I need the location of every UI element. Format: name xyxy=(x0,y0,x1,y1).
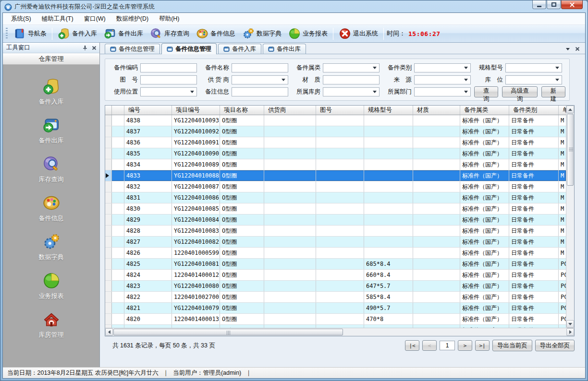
toolbar-button-spare-info[interactable]: 备件信息 xyxy=(193,26,239,41)
toolbar-button-spare-in[interactable]: 备件入库 xyxy=(54,26,100,41)
toolbar-grip-icon[interactable] xyxy=(6,28,8,39)
page-number-input[interactable] xyxy=(440,341,455,350)
sidebar-group-title[interactable]: 仓库管理 xyxy=(3,53,99,65)
column-header[interactable]: 编号 xyxy=(124,106,172,115)
dropdown-select[interactable] xyxy=(414,75,471,84)
scrollbar-track[interactable] xyxy=(566,186,574,320)
table-row[interactable]: 4821YG12204010079O型圈490*5.7标准件（国产）日常备件PC xyxy=(105,303,566,314)
text-input[interactable] xyxy=(232,87,288,96)
dropdown-select[interactable] xyxy=(505,63,562,72)
last-page-button[interactable]: >| xyxy=(475,340,490,351)
table-row[interactable]: 4838YG12204010093O型圈标准件（国产）日常备件M xyxy=(105,115,566,126)
first-page-button[interactable]: |< xyxy=(405,340,419,351)
toolbar-button-exit[interactable]: 退出系统 xyxy=(335,26,381,41)
close-button[interactable] xyxy=(561,0,583,9)
sidebar-item-data-dict[interactable]: 数据字典 xyxy=(39,233,64,262)
cell xyxy=(264,181,316,192)
dropdown-select[interactable] xyxy=(323,87,380,96)
toolbar-button-data-dict[interactable]: 数据字典 xyxy=(239,26,285,41)
table-row[interactable]: 4827YG12204010082O型圈标准件（国产）日常备件M xyxy=(105,237,566,248)
query-button[interactable]: 查询 xyxy=(474,86,498,97)
tab-item[interactable]: 备件入库 xyxy=(218,44,261,54)
text-input[interactable] xyxy=(140,75,197,84)
table-row[interactable]: 4834YG12204010089O型圈标准件（国产）日常备件M xyxy=(105,159,566,170)
toolbar-button-report[interactable]: 业务报表 xyxy=(285,26,331,41)
table-row[interactable]: 4835YG12204010090O型圈标准件（国产）日常备件M xyxy=(105,148,566,159)
table-row[interactable]: 4830YG12204010085O型圈标准件（国产）日常备件M xyxy=(105,203,566,214)
table-row[interactable]: 4828YG12204010083O型圈标准件（国产）日常备件M xyxy=(105,226,566,237)
column-header[interactable]: 单位 xyxy=(559,106,566,115)
dropdown-select[interactable] xyxy=(232,75,288,84)
table-row[interactable]: 4825YG12204010081O型圈685*8.4标准件（国产）日常备件PC xyxy=(105,259,566,270)
next-page-button[interactable]: > xyxy=(458,340,472,351)
dropdown-select[interactable] xyxy=(414,87,471,96)
table-row[interactable]: 4832YG12204010087O型圈标准件（国产）日常备件M xyxy=(105,181,566,192)
table-row[interactable]: 48201220401400013O型圈470*8标准件（国产）日常备件PC xyxy=(105,314,566,325)
cell: 标准件（国产） xyxy=(460,126,509,137)
scroll-left-button[interactable] xyxy=(105,328,113,336)
export-all-pages-button[interactable]: 导出全部页 xyxy=(535,340,575,351)
menu-item[interactable]: 帮助(H) xyxy=(154,13,184,24)
dropdown-select[interactable] xyxy=(323,63,380,72)
dropdown-select[interactable] xyxy=(140,87,197,96)
maximize-button[interactable] xyxy=(547,0,561,9)
menu-item[interactable]: 辅助工具(T) xyxy=(37,13,79,24)
sidebar-item-warehouse[interactable]: 库房管理 xyxy=(39,310,64,339)
menu-item[interactable]: 数据维护(D) xyxy=(111,13,154,24)
column-header[interactable]: 项目名称 xyxy=(220,106,264,115)
column-header[interactable]: 项目编号 xyxy=(172,106,220,115)
sidebar-item-stock-query[interactable]: 库存查询 xyxy=(39,155,64,184)
scroll-right-button[interactable] xyxy=(566,328,574,336)
column-header[interactable]: 材质 xyxy=(413,106,460,115)
horizontal-scrollbar[interactable] xyxy=(105,328,574,336)
sidebar-item-spare-info[interactable]: 备件信息 xyxy=(39,194,64,223)
tab-list-dropdown-icon[interactable] xyxy=(566,48,570,50)
table-row[interactable]: 48221220401002700O型圈585*8.4标准件（国产）日常备件PC xyxy=(105,292,566,303)
scroll-down-button[interactable] xyxy=(566,320,574,328)
table-row[interactable]: 4829YG12204010084O型圈标准件（国产）日常备件M xyxy=(105,214,566,226)
column-header[interactable]: 规格型号 xyxy=(364,106,413,115)
advanced-query-button[interactable]: 高级查询 xyxy=(502,86,538,97)
vertical-scrollbar-thumb[interactable] xyxy=(567,114,574,186)
horizontal-scrollbar-thumb[interactable] xyxy=(113,329,343,335)
dropdown-select[interactable] xyxy=(505,75,562,84)
title-bar[interactable]: 广州爱奇迪软件科技有限公司-深田之星仓库管理系统 xyxy=(2,0,586,12)
tab-item[interactable]: 备件出库 xyxy=(263,44,306,54)
new-button[interactable]: 新建 xyxy=(541,86,565,97)
pin-icon[interactable] xyxy=(82,45,88,51)
table-row[interactable]: 4837YG12204010092O型圈标准件（国产）日常备件M xyxy=(105,126,566,137)
column-header[interactable]: 备件属类 xyxy=(460,106,509,115)
scrollbar-track[interactable] xyxy=(113,328,566,336)
minimize-button[interactable] xyxy=(532,0,546,9)
column-header[interactable]: 备件类别 xyxy=(509,106,559,115)
text-input[interactable] xyxy=(140,63,197,72)
table-row[interactable]: 4831YG12204010086O型圈标准件（国产）日常备件M xyxy=(105,192,566,203)
text-input[interactable] xyxy=(323,75,380,84)
prev-page-button[interactable]: < xyxy=(422,340,437,351)
column-header[interactable]: 供货商 xyxy=(264,106,316,115)
sidebar-item-report[interactable]: 业务报表 xyxy=(39,272,64,300)
vertical-scrollbar[interactable] xyxy=(566,106,574,328)
close-panel-icon[interactable] xyxy=(92,46,96,50)
sidebar-item-spare-out[interactable]: 备件出库 xyxy=(39,116,64,145)
dropdown-select[interactable] xyxy=(414,63,471,72)
sidebar-item-spare-in[interactable]: 备件入库 xyxy=(39,77,64,106)
column-header[interactable]: 图号 xyxy=(316,106,364,115)
text-input[interactable] xyxy=(232,63,288,72)
tab-item[interactable]: 备件信息管理 xyxy=(105,44,160,54)
table-row[interactable]: 4836YG12204010091O型圈标准件（国产）日常备件M xyxy=(105,137,566,148)
table-row[interactable]: 48241220401400012O型圈660*8.4标准件（国产）日常备件PC xyxy=(105,270,566,281)
row-selector xyxy=(105,292,112,302)
table-row[interactable]: 48261220401000599O型圈标准件（国产）日常备件M xyxy=(105,248,566,259)
toolbar-button-stock-query[interactable]: 库存查询 xyxy=(147,26,193,41)
table-row[interactable]: 4833YG12204010088O型圈标准件（国产）日常备件M xyxy=(105,170,566,181)
toolbar-button-navbar[interactable]: 导航条 xyxy=(10,26,50,41)
export-current-page-button[interactable]: 导出当前页 xyxy=(492,340,532,351)
scroll-up-button[interactable] xyxy=(566,106,574,113)
table-row[interactable]: 4823YG12204010080O型圈647*5.7标准件（国产）日常备件PC xyxy=(105,281,566,292)
tab-active[interactable]: 备件信息管理 xyxy=(161,43,217,54)
toolbar-button-spare-out[interactable]: 备件出库 xyxy=(100,26,147,41)
menu-item[interactable]: 系统(S) xyxy=(6,13,37,24)
close-tab-icon[interactable] xyxy=(576,47,579,51)
menu-item[interactable]: 窗口(W) xyxy=(79,13,111,24)
